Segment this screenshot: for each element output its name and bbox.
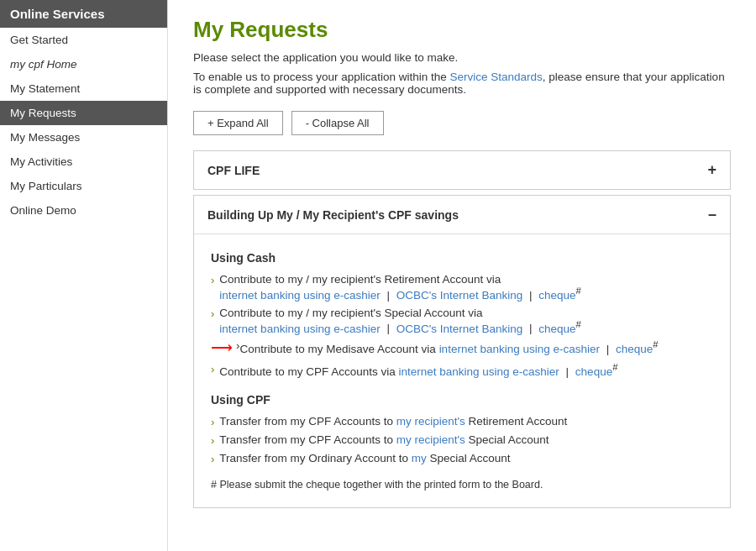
list-item: › Transfer from my Ordinary Account to m…	[211, 452, 713, 465]
separator: |	[386, 322, 390, 334]
retirement-ocbc-link[interactable]: OCBC's Internet Banking	[396, 289, 522, 302]
medisave-ecashier-link[interactable]: internet banking using e-cashier	[439, 343, 600, 355]
sidebar-item-my-activities[interactable]: My Activities	[0, 150, 167, 174]
chevron-icon: ›	[211, 453, 214, 465]
recipient-retirement-link[interactable]: my recipient's	[396, 415, 465, 428]
item-content: Transfer from my CPF Accounts to my reci…	[219, 415, 713, 428]
list-item: › Transfer from my CPF Accounts to my re…	[211, 415, 713, 428]
item-content: Transfer from my Ordinary Account to my …	[219, 452, 713, 464]
building-up-toggle: –	[708, 206, 717, 223]
item-content: Transfer from my CPF Accounts to my reci…	[219, 433, 713, 446]
cpf-accounts-cheque-link[interactable]: cheque	[575, 365, 612, 378]
cpf-accounts-ecashier-link[interactable]: internet banking using e-cashier	[398, 365, 559, 378]
collapse-all-button[interactable]: - Collapse All	[291, 111, 384, 135]
cpf-life-header[interactable]: CPF LIFE +	[194, 151, 730, 189]
building-up-content: Using Cash › Contribute to my / my recip…	[194, 234, 730, 507]
chevron-icon: ›	[211, 416, 214, 428]
chevron-icon: ›	[211, 307, 214, 320]
footnote: # Please submit the cheque together with…	[211, 479, 713, 491]
separator: |	[529, 322, 533, 334]
item-text: Contribute to my / my recipient's Specia…	[219, 307, 482, 319]
item-content: Contribute to my / my recipient's Specia…	[219, 307, 713, 335]
item-content: Contribute to my CPF Accounts via intern…	[219, 362, 713, 378]
desc2-prefix: To enable us to process your application…	[193, 71, 449, 83]
list-item: › Transfer from my CPF Accounts to my re…	[211, 433, 713, 447]
list-item: › Contribute to my CPF Accounts via inte…	[211, 362, 713, 378]
item-text: Contribute to my / my recipient's Retire…	[219, 273, 501, 286]
hash-sup: #	[576, 286, 581, 296]
using-cpf-section: Using CPF › Transfer from my CPF Account…	[211, 393, 713, 465]
red-arrow-icon: ⟶	[211, 338, 233, 357]
building-up-section: Building Up My / My Recipient's CPF savi…	[193, 195, 731, 508]
sidebar-item-my-particulars[interactable]: My Particulars	[0, 174, 167, 198]
expand-all-button[interactable]: + Expand All	[193, 111, 283, 135]
list-item: › Contribute to my / my recipient's Spec…	[211, 307, 713, 335]
sidebar-item-my-messages[interactable]: My Messages	[0, 125, 167, 150]
main-content: My Requests Please select the applicatio…	[168, 0, 756, 551]
special-ecashier-link[interactable]: internet banking using e-cashier	[219, 322, 380, 334]
item-text-suffix: Retirement Account	[469, 415, 568, 428]
list-item: › Contribute to my / my recipient's Reti…	[211, 273, 713, 302]
page-description: Please select the application you would …	[193, 51, 731, 64]
item-text-suffix: Special Account	[429, 452, 510, 464]
separator: |	[566, 365, 570, 378]
item-text: Contribute to my CPF Accounts via	[219, 365, 398, 378]
page-title: My Requests	[193, 17, 731, 43]
item-text-suffix: Special Account	[469, 433, 549, 446]
hash-sup: #	[653, 339, 658, 349]
building-up-title: Building Up My / My Recipient's CPF savi…	[207, 208, 459, 222]
sidebar-item-my-statement[interactable]: My Statement	[0, 76, 167, 101]
sidebar-item-online-demo[interactable]: Online Demo	[0, 198, 167, 223]
item-text: Contribute to my Medisave Account via	[240, 343, 439, 355]
item-text: Transfer from my CPF Accounts to	[219, 415, 396, 428]
retirement-cheque-link[interactable]: cheque	[538, 289, 575, 302]
list-item-medisave: ⟶ › Contribute to my Medisave Account vi…	[211, 339, 713, 357]
separator: |	[529, 289, 533, 302]
item-content: Contribute to my Medisave Account via in…	[240, 339, 714, 355]
item-text: Transfer from my Ordinary Account to	[219, 452, 411, 464]
using-cpf-title: Using CPF	[211, 393, 713, 407]
retirement-ecashier-link[interactable]: internet banking using e-cashier	[219, 289, 380, 302]
chevron-icon: ›	[211, 363, 214, 375]
chevron-icon: ›	[211, 434, 214, 447]
building-up-header[interactable]: Building Up My / My Recipient's CPF savi…	[194, 196, 730, 234]
using-cash-title: Using Cash	[211, 251, 713, 265]
item-content: Contribute to my / my recipient's Retire…	[219, 273, 713, 302]
separator: |	[606, 343, 610, 355]
special-ocbc-link[interactable]: OCBC's Internet Banking	[396, 322, 522, 334]
cpf-life-title: CPF LIFE	[207, 164, 260, 177]
recipient-special-link[interactable]: my recipient's	[396, 433, 465, 446]
sidebar: Online Services Get Started my cpf Home …	[0, 0, 168, 551]
hash-sup: #	[612, 362, 617, 372]
sidebar-title: Online Services	[0, 0, 167, 28]
hash-sup: #	[576, 319, 581, 329]
sidebar-item-my-cpf-home[interactable]: my cpf Home	[0, 52, 167, 76]
page-description-2: To enable us to process your application…	[193, 71, 731, 96]
sidebar-item-get-started[interactable]: Get Started	[0, 28, 167, 52]
service-standards-link[interactable]: Service Standards	[449, 71, 542, 83]
separator: |	[386, 289, 390, 302]
sidebar-item-my-requests[interactable]: My Requests	[0, 101, 167, 125]
chevron-icon: ›	[211, 274, 214, 286]
cpf-life-toggle: +	[707, 161, 717, 179]
medisave-cheque-link[interactable]: cheque	[616, 343, 653, 355]
my-special-link[interactable]: my	[412, 452, 427, 464]
button-row: + Expand All - Collapse All	[193, 111, 731, 135]
cpf-life-section: CPF LIFE +	[193, 150, 731, 190]
special-cheque-link[interactable]: cheque	[538, 322, 575, 334]
item-text: Transfer from my CPF Accounts to	[219, 433, 396, 446]
